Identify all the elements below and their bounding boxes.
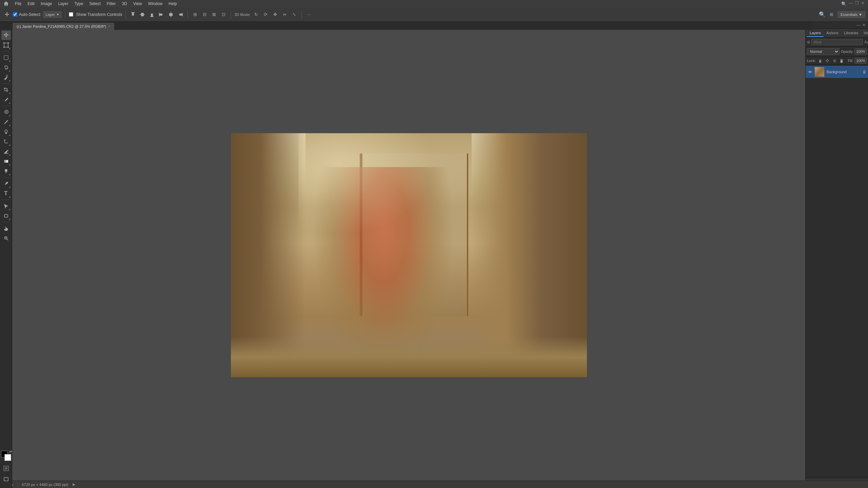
align-bottom-btn[interactable] — [148, 11, 156, 18]
healing-brush-btn[interactable] — [1, 107, 11, 117]
3d-scale-btn[interactable]: ⤡ — [291, 11, 298, 18]
home-icon[interactable] — [3, 0, 9, 7]
lock-pixels-btn[interactable] — [817, 58, 823, 64]
artboard-tool-btn[interactable] — [1, 40, 11, 50]
tab-history[interactable]: History — [861, 29, 868, 37]
hand-btn[interactable] — [1, 224, 11, 233]
svg-line-20 — [7, 75, 8, 75]
distribute-vcenter-btn[interactable]: ⊟ — [201, 11, 208, 18]
lock-all-btn[interactable] — [839, 58, 845, 64]
menu-image[interactable]: Image — [38, 1, 55, 7]
layers-panel: ⊞ Aa fx ⊙ ◐ ● Normal Opacity: Lock: — [806, 38, 868, 488]
path-select-btn[interactable] — [1, 201, 11, 211]
right-panel: — ✕ Layers Actions Libraries History ☰ ⊞… — [805, 22, 868, 488]
lasso-btn[interactable] — [1, 63, 11, 72]
document-tab[interactable]: (c) Javier Pardina_F21A9985.CR2 @ 27.5% … — [12, 22, 115, 30]
layers-search-row: ⊞ Aa fx ⊙ ◐ ● — [806, 38, 868, 47]
brush-btn[interactable] — [1, 117, 11, 127]
menu-type[interactable]: Type — [72, 1, 86, 7]
distribute-bottom-btn[interactable]: ⊠ — [210, 11, 218, 18]
distribute-left-btn[interactable]: ⊡ — [220, 11, 227, 18]
lock-artboard-btn[interactable]: ⊞ — [831, 58, 837, 64]
panel-minimize-btn[interactable]: — — [856, 22, 861, 28]
svg-point-26 — [5, 130, 7, 133]
tab-layers[interactable]: Layers — [807, 29, 824, 37]
show-transform-checkbox[interactable]: Show Transform Controls — [69, 12, 122, 17]
eyedropper-btn[interactable] — [1, 95, 11, 104]
more-options-btn[interactable]: ··· — [305, 11, 313, 18]
align-left-btn[interactable] — [158, 11, 165, 18]
svg-rect-7 — [160, 14, 162, 16]
align-right-btn[interactable] — [177, 11, 184, 18]
arrange-panels-btn[interactable]: ⊞ — [828, 11, 835, 18]
magic-wand-btn[interactable] — [1, 73, 11, 82]
layers-search-input[interactable] — [811, 39, 863, 45]
layers-lock-row: Lock: ⊞ — [806, 57, 868, 65]
eraser-btn[interactable] — [1, 147, 11, 156]
menu-3d[interactable]: 3D — [119, 1, 130, 7]
canvas-image — [231, 133, 587, 377]
move-tool-btn[interactable] — [1, 30, 11, 40]
align-vcenter-btn[interactable] — [139, 11, 146, 18]
history-brush-btn[interactable] — [1, 137, 11, 146]
lock-label: Lock: — [807, 59, 816, 63]
menu-filter[interactable]: Filter — [104, 1, 119, 7]
menu-select[interactable]: Select — [86, 1, 103, 7]
zoom-btn[interactable] — [1, 233, 11, 243]
menu-file[interactable]: File — [12, 1, 24, 7]
layers-aa-btn[interactable]: Aa — [864, 39, 868, 45]
screen-mode-btn[interactable] — [1, 474, 11, 484]
tab-bar: (c) Javier Pardina_F21A9985.CR2 @ 27.5% … — [12, 22, 812, 30]
text-btn[interactable]: T — [1, 189, 11, 198]
layers-list: Background — [806, 65, 868, 478]
search-icon[interactable]: 🔍 — [841, 1, 847, 7]
opacity-input[interactable] — [854, 48, 867, 55]
auto-select-dropdown[interactable]: Layer ▼ — [43, 11, 61, 18]
fill-input[interactable] — [854, 58, 867, 64]
marquee-rect-btn[interactable] — [1, 53, 11, 62]
crop-btn[interactable] — [1, 85, 11, 95]
3d-rotate-btn[interactable]: ↻ — [253, 11, 260, 18]
default-colors-btn[interactable]: ⇄ — [1, 451, 11, 461]
shape-btn[interactable] — [1, 211, 11, 221]
menu-edit[interactable]: Edit — [25, 1, 37, 7]
options-separator-1 — [65, 11, 65, 19]
lock-position-btn[interactable] — [824, 58, 830, 64]
layer-background[interactable]: Background — [806, 66, 868, 78]
layer-name: Background — [827, 70, 861, 74]
align-top-btn[interactable] — [129, 11, 137, 18]
layer-visibility-icon[interactable] — [808, 69, 812, 74]
search-panel-btn[interactable]: 🔍 — [818, 11, 826, 18]
window-restore-btn[interactable]: ❐ — [854, 1, 859, 5]
menu-view[interactable]: View — [131, 1, 145, 7]
tab-actions[interactable]: Actions — [824, 29, 841, 37]
window-close-btn[interactable]: ✕ — [861, 1, 865, 5]
pen-btn[interactable] — [1, 179, 11, 188]
opacity-label: Opacity: — [841, 50, 853, 54]
quick-mask-btn[interactable] — [1, 464, 11, 473]
window-minimize-btn[interactable]: — — [848, 1, 853, 5]
workspace-btn[interactable]: Essentials ▼ — [837, 11, 865, 18]
swap-colors-icon: ⇄ — [9, 450, 12, 453]
3d-pan-btn[interactable]: ✥ — [272, 11, 279, 18]
canvas-area[interactable] — [12, 30, 805, 481]
auto-select-checkbox[interactable]: Auto-Select: — [13, 12, 41, 17]
menu-window[interactable]: Window — [145, 1, 165, 7]
menu-layer[interactable]: Layer — [55, 1, 71, 7]
3d-slide-btn[interactable]: ⇔ — [281, 11, 289, 18]
status-arrow-btn[interactable]: ▶ — [73, 482, 75, 487]
gradient-btn[interactable] — [1, 157, 11, 166]
menu-help[interactable]: Help — [166, 1, 180, 7]
layers-filter-type-icon[interactable]: ⊞ — [807, 39, 810, 45]
dodge-btn[interactable] — [1, 166, 11, 176]
panel-close-btn[interactable]: ✕ — [861, 22, 867, 28]
svg-rect-12 — [4, 43, 8, 47]
distribute-top-btn[interactable]: ⊞ — [191, 11, 199, 18]
toolbar-separator-2 — [2, 83, 10, 84]
tab-libraries[interactable]: Libraries — [841, 29, 861, 37]
stamp-btn[interactable] — [1, 127, 11, 137]
document-tab-close[interactable]: × — [108, 24, 110, 28]
align-hcenter-btn[interactable] — [167, 11, 175, 18]
blend-mode-dropdown[interactable]: Normal — [807, 48, 840, 55]
3d-roll-btn[interactable]: ⟳ — [262, 11, 270, 18]
